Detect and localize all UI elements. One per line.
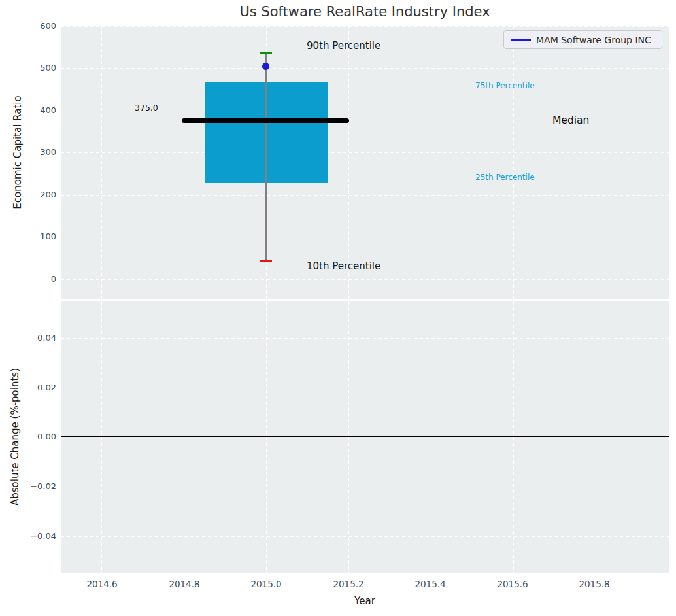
xtick: 2015.8 bbox=[571, 578, 617, 590]
legend-line-icon bbox=[511, 39, 531, 41]
xtick: 2014.8 bbox=[161, 578, 207, 590]
xtick: 2015.0 bbox=[243, 578, 289, 590]
gridline-vertical bbox=[596, 26, 596, 299]
ytick-top: 500 bbox=[24, 62, 56, 74]
gridline-vertical bbox=[513, 26, 514, 299]
annotation-median: Median bbox=[552, 114, 589, 126]
xtick: 2014.6 bbox=[79, 578, 125, 590]
median-line bbox=[182, 118, 349, 123]
legend-label: MAM Software Group INC bbox=[536, 35, 651, 45]
ytick-top: 600 bbox=[24, 20, 56, 32]
cap-90th-percentile bbox=[260, 52, 272, 54]
ytick-top: 300 bbox=[24, 146, 56, 158]
company-marker bbox=[262, 63, 269, 70]
gridline-vertical bbox=[101, 26, 102, 299]
ytick-bottom: 0.02 bbox=[17, 382, 56, 394]
gridline-horizontal bbox=[61, 195, 669, 196]
gridline-horizontal bbox=[61, 237, 669, 237]
cap-10th-percentile bbox=[260, 260, 272, 262]
xtick: 2015.6 bbox=[490, 578, 535, 590]
gridline-horizontal bbox=[61, 152, 669, 153]
ytick-bottom: −0.02 bbox=[17, 481, 56, 492]
gridline-vertical bbox=[348, 26, 349, 299]
ytick-top: 0 bbox=[24, 273, 56, 285]
gridline-vertical bbox=[184, 26, 184, 299]
x-axis-label: Year bbox=[61, 595, 669, 607]
gridline-vertical bbox=[596, 301, 596, 573]
gridline-vertical bbox=[266, 301, 267, 573]
gridline-horizontal bbox=[61, 68, 669, 69]
gridline-horizontal bbox=[61, 536, 669, 537]
gridline-vertical bbox=[101, 301, 102, 573]
gridline-vertical bbox=[348, 301, 349, 573]
annotation-90th-percentile: 90th Percentile bbox=[307, 40, 380, 52]
ytick-top: 100 bbox=[24, 231, 56, 243]
chart-title: Us Software RealRate Industry Index bbox=[61, 4, 669, 20]
gridline-horizontal bbox=[61, 279, 669, 280]
ytick-bottom: 0.04 bbox=[17, 332, 56, 344]
ytick-bottom: 0.00 bbox=[17, 431, 56, 443]
annotation-10th-percentile: 10th Percentile bbox=[307, 260, 380, 272]
annotation-25th-percentile: 25th Percentile bbox=[475, 173, 535, 182]
bottom-plot-area bbox=[61, 301, 669, 573]
gridline-horizontal bbox=[61, 487, 669, 487]
gridline-vertical bbox=[431, 26, 431, 299]
gridline-horizontal bbox=[61, 388, 669, 388]
y-axis-label-top: Economic Capital Ratio bbox=[12, 95, 24, 209]
y-axis-label-bottom: Absolute Change (%-points) bbox=[9, 368, 21, 505]
whisker-line bbox=[265, 52, 267, 262]
gridline-horizontal bbox=[61, 26, 669, 27]
xtick: 2015.2 bbox=[326, 578, 371, 590]
xtick: 2015.4 bbox=[407, 578, 453, 590]
legend: MAM Software Group INC bbox=[503, 30, 662, 49]
gridline-vertical bbox=[513, 301, 514, 573]
figure-canvas: Us Software RealRate Industry Index 375.… bbox=[0, 0, 676, 616]
ytick-top: 200 bbox=[24, 189, 56, 201]
gridline-vertical bbox=[431, 301, 431, 573]
top-plot-area: 375.0 90th Percentile 75th Percentile Me… bbox=[61, 26, 669, 299]
gridline-horizontal bbox=[61, 338, 669, 339]
ytick-bottom: −0.04 bbox=[17, 530, 56, 542]
ytick-top: 400 bbox=[24, 105, 56, 116]
gridline-vertical bbox=[184, 301, 184, 573]
median-value-label: 375.0 bbox=[135, 103, 158, 112]
annotation-75th-percentile: 75th Percentile bbox=[475, 81, 535, 90]
zero-line bbox=[61, 436, 669, 437]
